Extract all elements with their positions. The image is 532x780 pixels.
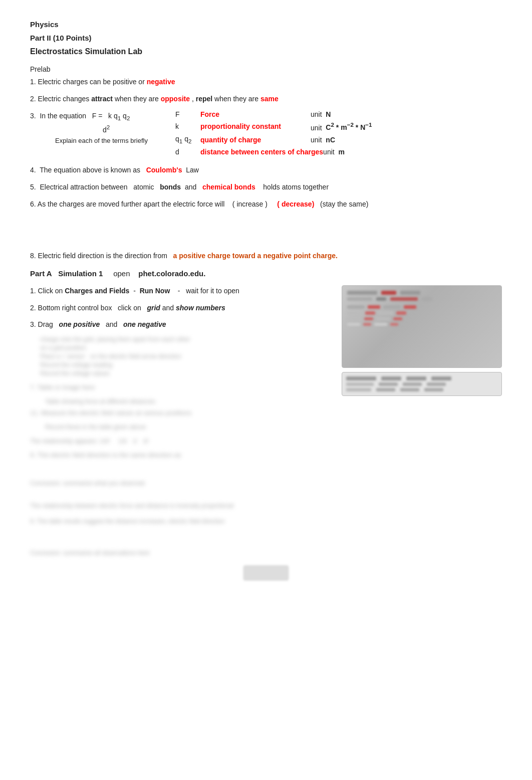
step-1: 1. Click on Charges and Fields - Run Now… xyxy=(30,285,330,297)
blurred-answer-row1: The relationship appears: 1/d² 1/d d d² xyxy=(30,438,330,445)
var-f-unit: unit N xyxy=(311,110,351,118)
opt-stay: (stay the same) xyxy=(316,200,368,208)
step-2: 2. Bottom right control box click on gri… xyxy=(30,302,330,314)
item2-mid1: when they are xyxy=(115,95,161,103)
prelab-item-2: 2. Electric changes attract when they ar… xyxy=(30,93,502,105)
item7-sub-blurred: Table showing force at different distanc… xyxy=(45,398,330,405)
equation-intro: 3. In the equation F = k q1 q2 xyxy=(30,110,160,123)
prelab-item-4: 4. The equation above is known as Coulom… xyxy=(30,164,502,176)
chemical-bonds-highlight: chemical bonds xyxy=(202,183,255,191)
prelab-item-3: 3. In the equation F = k q1 q2 d2 Explai… xyxy=(30,110,502,158)
step-3: 3. Drag one positive and one negative xyxy=(30,319,330,331)
sim-image xyxy=(342,285,502,368)
var-q-desc: quantity of charge xyxy=(200,136,311,144)
var-row-q: q1 q2 quantity of charge unit nC xyxy=(175,135,502,144)
sim-image-area xyxy=(342,285,502,487)
item11-sub-blurred: Record these in the table given above xyxy=(45,424,330,431)
equation-denom: d2 xyxy=(103,124,160,134)
prelab-item-1: 1. Electric charges can be positive or n… xyxy=(30,76,502,88)
blurred-final: Conclusion: summarize what you observed xyxy=(30,480,330,487)
prelab-item-6: 6. As the charges are moved further apar… xyxy=(30,199,502,211)
var-f-symbol: F xyxy=(175,110,200,118)
var-k-unit: unit C2 * m−2 * N−1 xyxy=(311,122,372,132)
item2-bold2: repel xyxy=(196,95,214,103)
item1-highlight: negative xyxy=(147,78,175,86)
item2-h2: same xyxy=(260,95,279,103)
item8-highlight: a positive charge toward a negative poin… xyxy=(173,252,338,260)
prelab-label: Prelab xyxy=(30,65,502,73)
var-k-desc: proportionality constant xyxy=(200,122,311,130)
var-q-unit: unit nC xyxy=(311,136,335,144)
prelab-item-5: 5. Electrical attraction between atomic … xyxy=(30,181,502,193)
bottom-blurred-row1: The relationship between electric force … xyxy=(30,501,502,511)
blurred-content-1: charge onto the grid, placing them apart… xyxy=(40,336,330,377)
item2-before: Electric changes xyxy=(38,95,92,103)
sim-data-table xyxy=(342,372,502,396)
part-title: Part II (10 Points) xyxy=(30,34,502,42)
item2-bold1: attract xyxy=(91,95,115,103)
var-q-symbol: q1 q2 xyxy=(175,135,200,144)
item2-mid3: when they are xyxy=(214,95,260,103)
item1-before: Electric charges can be positive or xyxy=(38,78,145,86)
opt-decrease: ( decrease) xyxy=(274,200,315,208)
explain-text: Explain each of the terms briefly xyxy=(55,137,160,144)
var-row-k: k proportionality constant unit C2 * m−2… xyxy=(175,122,502,132)
var-row-d: d distance between centers of charges un… xyxy=(175,148,502,156)
section-title: Physics xyxy=(30,20,502,29)
var-f-desc: Force xyxy=(200,110,311,118)
item2-mid2: , xyxy=(192,95,196,103)
item7-blurred: 7. Table or image here xyxy=(30,382,330,393)
item11-blurred: 11. Measure the electric field values at… xyxy=(30,408,330,419)
var-k-symbol: k xyxy=(175,122,200,130)
opt-increase: ( increase ) xyxy=(232,200,272,208)
coulombs-highlight: Coulomb's xyxy=(146,166,182,174)
item2-h1: opposite xyxy=(161,95,192,103)
lab-title: Electrostatics Simulation Lab xyxy=(30,47,502,56)
var-d-desc: distance between centers of charges xyxy=(200,148,323,156)
bottom-sim-thumbnail xyxy=(243,565,289,580)
item1-text: 1. xyxy=(30,78,36,86)
var-d-symbol: d xyxy=(175,148,200,156)
var-d-unit: unit m xyxy=(323,148,345,156)
prelab-item-8: 8. Electric field direction is the direc… xyxy=(30,250,502,262)
item2-num: 2. xyxy=(30,95,36,103)
phet-url: phet.colorado.edu. xyxy=(138,269,205,278)
item12-blurred: 9. The electric field direction is the s… xyxy=(30,450,330,461)
part-a-header: Part A Simulation 1 open phet.colorado.e… xyxy=(30,267,502,280)
bonds-bold: bonds xyxy=(160,183,181,191)
bottom-blurred-final: Conclusion: summarize all observations h… xyxy=(30,549,502,556)
var-row-f: F Force unit N xyxy=(175,110,502,118)
bottom-blurred-row2: 9. The table results suggest the distanc… xyxy=(30,516,502,526)
